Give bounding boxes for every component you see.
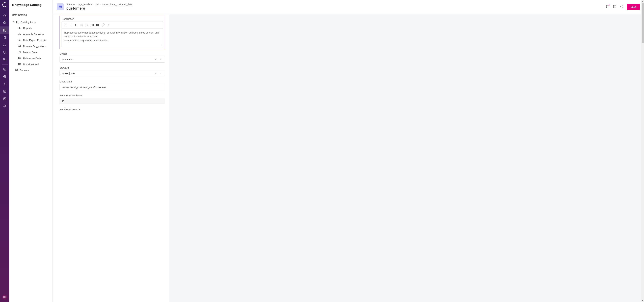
sidebar-item-reports[interactable]: Reports xyxy=(18,25,50,31)
owner-value: jane.smith xyxy=(62,58,154,61)
description-label: Description xyxy=(62,17,163,20)
scroll-up-icon[interactable]: ▲ xyxy=(641,0,644,3)
num-attributes-label: Number of attributes xyxy=(60,94,165,97)
h1-button[interactable]: H1 xyxy=(90,23,94,27)
svg-point-55 xyxy=(81,26,81,26)
sidebar-item-label: Domain Suggestions xyxy=(23,45,46,48)
link-button[interactable] xyxy=(101,23,105,27)
origin-input[interactable]: transactional_customer_data/customers xyxy=(60,84,165,90)
breadcrumb: Sources › pgs_testdata › tcd › transacti… xyxy=(66,3,132,6)
product-name: Knowledge Catalog xyxy=(12,3,50,7)
eye-icon xyxy=(18,44,21,48)
origin-label: Origin path xyxy=(60,80,165,83)
svg-rect-11 xyxy=(4,58,5,60)
comments-icon[interactable] xyxy=(606,5,610,9)
tree-label: Catalog Items xyxy=(21,21,36,24)
steward-select[interactable]: james.jones ✕ xyxy=(60,70,165,76)
scroll-down-icon[interactable]: ▼ xyxy=(641,299,644,302)
save-button[interactable]: Save xyxy=(627,4,640,10)
description-editor: B I 123 H1 H2 / Represents customer data… xyxy=(62,21,163,47)
chevron-down-icon[interactable] xyxy=(158,72,163,75)
sidebar-item-label: Reports xyxy=(23,27,32,29)
rail-bell[interactable] xyxy=(0,102,10,110)
ordered-list-button[interactable]: 123 xyxy=(85,23,89,27)
rail-shield[interactable] xyxy=(0,49,10,56)
svg-rect-8 xyxy=(4,45,4,46)
tasks-icon[interactable] xyxy=(613,5,616,9)
crumb-sources[interactable]: Sources xyxy=(66,3,75,6)
sidebar-item-label: Master Data xyxy=(23,51,37,54)
tree-label: Sources xyxy=(20,69,29,71)
crumb-transactional[interactable]: transactional_customer_data xyxy=(102,3,132,6)
italic-button[interactable]: I xyxy=(69,23,73,27)
svg-line-52 xyxy=(621,7,622,7)
rail-structure[interactable] xyxy=(0,41,10,49)
steward-label: Steward xyxy=(60,66,165,69)
sidebar-item-not-monitored[interactable]: 123 Not Monitored xyxy=(18,61,50,67)
table-icon xyxy=(18,57,21,60)
sidebar-item-label: Not Monitored xyxy=(23,63,39,66)
rail-target[interactable] xyxy=(0,19,10,26)
svg-point-41 xyxy=(16,69,18,70)
svg-point-49 xyxy=(620,6,621,7)
tree-catalog-items[interactable]: Catalog Items xyxy=(12,19,50,25)
svg-point-48 xyxy=(622,5,623,6)
sidebar-item-label: Reference Data xyxy=(23,57,41,60)
svg-point-32 xyxy=(19,40,20,40)
svg-point-50 xyxy=(622,7,623,8)
svg-point-53 xyxy=(81,24,81,24)
clear-icon[interactable]: ✕ xyxy=(154,72,158,75)
slash-button[interactable]: / xyxy=(107,23,110,27)
rail-clipboard[interactable] xyxy=(0,34,10,41)
chart-icon xyxy=(18,26,21,29)
svg-rect-36 xyxy=(18,57,21,59)
app-logo xyxy=(2,2,7,7)
section-label: Data Catalog xyxy=(12,13,50,16)
sidebar-item-domain[interactable]: Domain Suggestions xyxy=(18,43,50,49)
user-avatar[interactable]: RK xyxy=(2,295,7,300)
bold-button[interactable]: B xyxy=(64,23,68,27)
sidebar-item-reference[interactable]: Reference Data xyxy=(18,55,50,61)
chevron-right-icon: › xyxy=(100,3,101,6)
crumb-testdata[interactable]: pgs_testdata xyxy=(78,3,92,6)
rail-settings[interactable] xyxy=(0,80,10,88)
crumb-tcd[interactable]: tcd xyxy=(96,3,98,6)
svg-marker-26 xyxy=(13,21,14,22)
svg-point-31 xyxy=(20,34,20,35)
rail-inspect[interactable] xyxy=(0,56,10,63)
rail-checkbox[interactable] xyxy=(0,88,10,95)
description-textarea[interactable]: Represents customer data specifying: con… xyxy=(62,29,163,47)
rail-activity[interactable] xyxy=(0,95,10,102)
share-icon[interactable] xyxy=(620,5,624,9)
svg-point-23 xyxy=(4,84,5,84)
rail-search[interactable] xyxy=(0,12,10,19)
num-records-label: Number of records xyxy=(60,108,165,111)
sidebar-item-anomaly[interactable]: Anomaly Overview xyxy=(18,31,50,37)
clear-icon[interactable]: ✕ xyxy=(154,58,158,61)
svg-text:3: 3 xyxy=(86,25,86,26)
vertical-scrollbar[interactable]: ▲ ▼ xyxy=(641,0,644,302)
svg-rect-47 xyxy=(613,5,616,8)
sidebar-item-label: Anomaly Overview xyxy=(23,33,44,35)
chevron-right-icon: › xyxy=(93,3,94,6)
rail-list[interactable] xyxy=(0,65,10,73)
database-icon xyxy=(15,68,18,71)
owner-select[interactable]: jane.smith ✕ xyxy=(60,56,165,62)
bullet-list-button[interactable] xyxy=(80,23,84,27)
sidebar: Knowledge Catalog Data Catalog Catalog I… xyxy=(10,0,53,302)
page-type-icon xyxy=(57,3,64,10)
h2-button[interactable]: H2 xyxy=(96,23,100,27)
left-nav-rail: RK xyxy=(0,0,10,302)
numbers-icon: 123 xyxy=(18,63,21,66)
rail-globe[interactable] xyxy=(0,73,10,80)
owner-label: Owner xyxy=(60,52,165,55)
chevron-down-icon[interactable] xyxy=(158,58,163,61)
svg-point-7 xyxy=(4,44,4,44)
sidebar-item-export[interactable]: Data Export Projects xyxy=(18,37,50,43)
code-button[interactable] xyxy=(74,23,78,27)
warning-icon xyxy=(18,32,21,35)
tree-sources[interactable]: Sources xyxy=(12,67,50,73)
scroll-thumb[interactable] xyxy=(642,3,644,43)
rail-catalog[interactable] xyxy=(0,26,10,34)
sidebar-item-master[interactable]: Master Data xyxy=(18,49,50,55)
